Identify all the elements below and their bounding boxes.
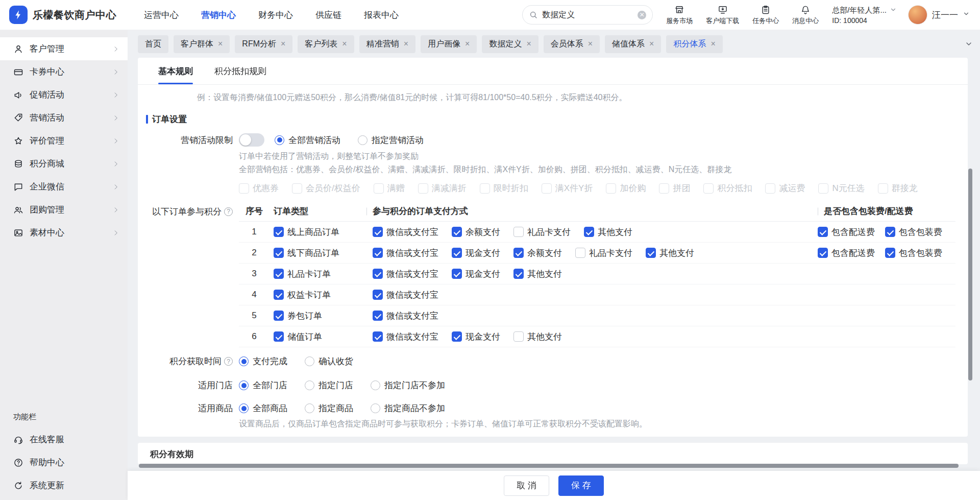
- order-type-checkbox[interactable]: 礼品卡订单: [274, 268, 331, 280]
- close-icon[interactable]: ×: [218, 40, 223, 48]
- checkbox-box[interactable]: [513, 227, 524, 237]
- tab-basic-rules[interactable]: 基本规则: [158, 58, 193, 84]
- payment-checkbox[interactable]: 现金支付: [452, 268, 500, 280]
- sidebar-footer-item-help-center[interactable]: 帮助中心: [0, 451, 128, 474]
- fee-checkbox[interactable]: 包含包装费: [885, 226, 942, 238]
- close-icon[interactable]: ×: [649, 40, 654, 48]
- checkbox-box[interactable]: [885, 227, 895, 237]
- radio-option[interactable]: 支付完成: [239, 355, 287, 367]
- payment-checkbox[interactable]: 其他支付: [646, 247, 694, 259]
- radio-option[interactable]: 确认收货: [305, 355, 353, 367]
- tab-customer-group[interactable]: 客户群体×: [174, 35, 230, 53]
- payment-checkbox[interactable]: 余额支付: [513, 247, 562, 259]
- checkbox-box[interactable]: [373, 290, 383, 300]
- close-icon[interactable]: ×: [465, 40, 470, 48]
- radio-option[interactable]: 全部营销活动: [275, 134, 340, 146]
- tab-member-system[interactable]: 会员体系×: [544, 35, 600, 53]
- close-icon[interactable]: ×: [526, 40, 531, 48]
- sidebar-item-points-mall[interactable]: 积分商城: [0, 152, 128, 175]
- radio-option[interactable]: 全部商品: [239, 402, 287, 414]
- tab-precision-marketing[interactable]: 精准营销×: [359, 35, 415, 53]
- clear-search-icon[interactable]: ✕: [638, 11, 646, 19]
- checkbox-box[interactable]: [274, 290, 284, 300]
- nav-item-finance[interactable]: 财务中心: [258, 9, 293, 21]
- checkbox-box[interactable]: [818, 227, 828, 237]
- marketing-limit-toggle[interactable]: [239, 133, 264, 147]
- sidebar-item-group-buy[interactable]: 团购管理: [0, 198, 128, 221]
- tab-customer-list[interactable]: 客户列表×: [298, 35, 354, 53]
- quick-action-service-market[interactable]: 服务市场: [666, 5, 693, 26]
- tab-home[interactable]: 首页: [138, 35, 168, 53]
- radio-option[interactable]: 指定营销活动: [358, 134, 424, 146]
- quick-action-client-download[interactable]: 客户端下载: [706, 5, 739, 26]
- payment-checkbox[interactable]: 微信或支付宝: [373, 289, 438, 301]
- order-type-checkbox[interactable]: 券包订单: [274, 310, 322, 322]
- checkbox-box[interactable]: [885, 248, 895, 258]
- fee-checkbox[interactable]: 包含包装费: [885, 247, 942, 259]
- help-icon[interactable]: ?: [224, 357, 233, 366]
- close-icon[interactable]: ×: [710, 40, 715, 48]
- tab-points-system[interactable]: 积分体系×: [666, 35, 722, 53]
- sidebar-footer-item-online-support[interactable]: 在线客服: [0, 428, 128, 451]
- checkbox-box[interactable]: [575, 248, 585, 258]
- payment-checkbox[interactable]: 微信或支付宝: [373, 226, 438, 238]
- horizontal-scrollbar[interactable]: [139, 464, 959, 468]
- checkbox-box[interactable]: [373, 269, 383, 279]
- sidebar-item-material[interactable]: 素材中心: [0, 221, 128, 244]
- org-switcher[interactable]: 总部/年轻人第... ID: 100004: [832, 6, 897, 25]
- close-icon[interactable]: ×: [588, 40, 593, 48]
- checkbox-box[interactable]: [274, 269, 284, 279]
- nav-item-marketing[interactable]: 营销中心: [201, 9, 236, 21]
- payment-checkbox[interactable]: 其他支付: [513, 268, 562, 280]
- sidebar-item-marketing[interactable]: 营销活动: [0, 106, 128, 129]
- close-icon[interactable]: ×: [281, 40, 285, 48]
- fee-checkbox[interactable]: 包含配送费: [818, 247, 875, 259]
- order-type-checkbox[interactable]: 储值订单: [274, 331, 322, 343]
- order-type-checkbox[interactable]: 线上商品订单: [274, 226, 339, 238]
- checkbox-box[interactable]: [452, 269, 462, 279]
- checkbox-box[interactable]: [452, 331, 462, 342]
- payment-checkbox[interactable]: 礼品卡支付: [575, 247, 632, 259]
- payment-checkbox[interactable]: 微信或支付宝: [373, 268, 438, 280]
- checkbox-box[interactable]: [373, 331, 383, 342]
- checkbox-box[interactable]: [274, 331, 284, 342]
- checkbox-box[interactable]: [513, 248, 524, 258]
- radio-option[interactable]: 指定门店: [305, 379, 353, 391]
- quick-action-task-center[interactable]: 任务中心: [752, 5, 779, 26]
- quick-action-message-center[interactable]: 消息中心: [792, 5, 819, 26]
- checkbox-box[interactable]: [274, 311, 284, 321]
- sidebar-item-promotion[interactable]: 促销活动: [0, 83, 128, 106]
- checkbox-box[interactable]: [513, 269, 524, 279]
- tabs-collapse-button[interactable]: [962, 37, 976, 51]
- checkbox-box[interactable]: [274, 248, 284, 258]
- payment-checkbox[interactable]: 微信或支付宝: [373, 331, 438, 343]
- checkbox-box[interactable]: [646, 248, 656, 258]
- tab-user-profile[interactable]: 用户画像×: [421, 35, 477, 53]
- checkbox-box[interactable]: [513, 331, 524, 342]
- checkbox-box[interactable]: [373, 248, 383, 258]
- payment-checkbox[interactable]: 其他支付: [513, 331, 562, 343]
- radio-option[interactable]: 全部门店: [239, 379, 287, 391]
- fee-checkbox[interactable]: 包含配送费: [818, 226, 875, 238]
- radio-option[interactable]: 指定门店不参加: [371, 379, 445, 391]
- payment-checkbox[interactable]: 微信或支付宝: [373, 310, 438, 322]
- close-icon[interactable]: ×: [342, 40, 347, 48]
- checkbox-box[interactable]: [584, 227, 594, 237]
- search-input[interactable]: [542, 10, 633, 19]
- nav-item-operation[interactable]: 运营中心: [144, 9, 179, 21]
- vertical-scrollbar[interactable]: [968, 169, 972, 380]
- save-button[interactable]: 保 存: [558, 475, 604, 496]
- order-type-checkbox[interactable]: 权益卡订单: [274, 289, 331, 301]
- checkbox-box[interactable]: [274, 227, 284, 237]
- payment-checkbox[interactable]: 现金支付: [452, 331, 500, 343]
- help-icon[interactable]: ?: [224, 207, 233, 216]
- sidebar-item-customer[interactable]: 客户管理: [0, 37, 128, 60]
- checkbox-box[interactable]: [452, 227, 462, 237]
- payment-checkbox[interactable]: 礼品卡支付: [513, 226, 571, 238]
- checkbox-box[interactable]: [452, 248, 462, 258]
- checkbox-box[interactable]: [373, 227, 383, 237]
- search-box[interactable]: ✕: [522, 5, 653, 25]
- tab-rfm-analysis[interactable]: RFM分析×: [235, 35, 292, 53]
- sidebar-footer-item-system-update[interactable]: 系统更新: [0, 474, 128, 497]
- checkbox-box[interactable]: [818, 248, 828, 258]
